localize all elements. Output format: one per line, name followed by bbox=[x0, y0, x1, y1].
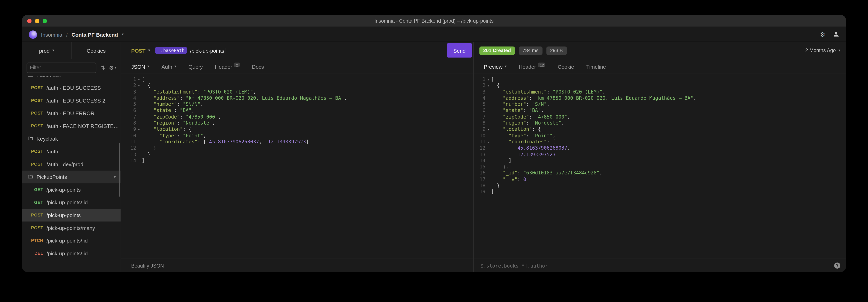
zoom-button[interactable] bbox=[43, 19, 47, 23]
token bbox=[142, 139, 159, 145]
sidebar-filter-input[interactable] bbox=[27, 62, 96, 73]
sidebar-request-post-auth-face-not-registe[interactable]: POST/auth - FACE NOT REGISTE… bbox=[22, 120, 121, 132]
token: : [ bbox=[197, 139, 206, 145]
code-line: 5 "number": "S/N", bbox=[474, 101, 846, 108]
line-number: 1 bbox=[474, 77, 486, 83]
token: }, bbox=[491, 164, 509, 170]
help-icon[interactable]: ? bbox=[834, 263, 840, 269]
response-filter-input[interactable] bbox=[479, 262, 832, 269]
token: "zipCode" bbox=[154, 114, 180, 120]
request-method-label: POST bbox=[27, 98, 43, 103]
request-method-label: POST bbox=[27, 161, 43, 167]
tab-auth[interactable]: Auth▾ bbox=[155, 59, 182, 74]
token: : bbox=[529, 114, 535, 120]
sidebar-request-post-pick-up-points[interactable]: POST/pick-up-points bbox=[22, 209, 121, 222]
code-text: ] bbox=[142, 158, 145, 164]
token: "47850-000" bbox=[535, 114, 567, 120]
line-number: 9 bbox=[474, 127, 486, 133]
token: : bbox=[180, 114, 186, 120]
tab-header[interactable]: Header12 bbox=[513, 59, 552, 74]
create-menu-button[interactable]: ⚙▾ bbox=[109, 64, 116, 70]
sidebar-folder-facematch[interactable]: Facematch bbox=[22, 76, 121, 82]
minimize-button[interactable] bbox=[35, 19, 39, 23]
sidebar-request-del-pick-up-points-id[interactable]: DEL/pick-up-points/:id bbox=[22, 247, 121, 260]
tab-timeline[interactable]: Timeline bbox=[580, 59, 612, 74]
sidebar-request-get-pick-up-points[interactable]: GET/pick-up-points bbox=[22, 183, 121, 196]
settings-gear-icon[interactable]: ⚙ bbox=[820, 31, 825, 37]
beautify-json-button[interactable]: Beautify JSON bbox=[131, 263, 164, 268]
tab-json[interactable]: JSON▾ bbox=[125, 59, 155, 74]
request-method-label: POST bbox=[27, 124, 43, 128]
sidebar-scrollbar-thumb[interactable] bbox=[119, 143, 120, 197]
template-tag-basepath[interactable]: _.basePath bbox=[155, 47, 187, 54]
token: , bbox=[253, 89, 256, 94]
sort-toggle-icon[interactable]: ⇅ bbox=[100, 64, 105, 70]
breadcrumb-workspace[interactable]: Conta PF Backend bbox=[71, 31, 118, 37]
token: 0 bbox=[523, 176, 526, 182]
line-number: 5 bbox=[474, 101, 486, 108]
tab-cookie[interactable]: Cookie bbox=[552, 59, 580, 74]
token bbox=[491, 108, 503, 113]
sidebar-request-post-auth-dev-prod[interactable]: POST/auth - dev/prod bbox=[22, 158, 121, 171]
token: : bbox=[177, 101, 183, 107]
request-method-label: GET bbox=[27, 200, 43, 205]
sidebar-request-get-pick-up-points-id[interactable]: GET/pick-up-points/:id bbox=[22, 196, 121, 209]
response-preview[interactable]: 1▾[2▾ {3 "establishment": "POSTO 020 (LE… bbox=[474, 74, 846, 259]
tab-count-badge: 12 bbox=[538, 62, 546, 67]
gutter-spacer bbox=[486, 183, 491, 189]
sidebar-request-post-auth[interactable]: POST/auth bbox=[22, 145, 121, 158]
line-number: 12 bbox=[474, 145, 486, 151]
code-line: 3 "establishment": "POSTO 020 (LEM)", bbox=[121, 89, 473, 95]
fold-toggle-icon[interactable]: ▾ bbox=[136, 83, 142, 89]
response-history-dropdown[interactable]: 2 Months Ago ▾ bbox=[805, 48, 840, 53]
line-number: 10 bbox=[121, 133, 136, 139]
code-text: "type": "Point", bbox=[142, 133, 206, 139]
request-body-editor[interactable]: 1▾[2▾ {3 "establishment": "POSTO 020 (LE… bbox=[121, 74, 473, 259]
fold-toggle-icon[interactable]: ▾ bbox=[136, 77, 142, 83]
fold-toggle-icon[interactable]: ▾ bbox=[136, 127, 142, 133]
method-dropdown[interactable]: POST ▾ bbox=[121, 47, 155, 53]
fold-toggle-icon[interactable]: ▾ bbox=[486, 127, 491, 133]
sidebar-request-post-auth-edu-success-2[interactable]: POST/auth - EDU SUCCESS 2 bbox=[22, 94, 121, 107]
gutter-spacer bbox=[136, 114, 142, 120]
sidebar-folder-keycloak[interactable]: Keycloak bbox=[22, 132, 121, 145]
token: ] bbox=[491, 158, 512, 163]
token bbox=[142, 133, 159, 139]
tab-label: Timeline bbox=[586, 63, 606, 69]
token: -45.81637906268037 bbox=[206, 139, 259, 145]
token: } bbox=[491, 183, 500, 188]
tab-preview[interactable]: Preview▾ bbox=[478, 59, 513, 74]
tab-header[interactable]: Header2 bbox=[209, 59, 246, 74]
request-method-label: POST bbox=[27, 149, 43, 154]
token: "state" bbox=[154, 108, 174, 113]
line-number: 8 bbox=[474, 120, 486, 126]
code-line: 11▾ "coordinates": [ bbox=[474, 139, 846, 145]
tab-docs[interactable]: Docs bbox=[246, 59, 270, 74]
code-text: } bbox=[491, 183, 500, 189]
code-text: "number": "S/N", bbox=[491, 101, 550, 108]
sidebar-folder-pickuppoints[interactable]: PickupPoints▾ bbox=[22, 171, 121, 183]
fold-toggle-icon[interactable]: ▾ bbox=[486, 139, 491, 145]
line-number: 17 bbox=[474, 176, 486, 183]
sidebar-request-post-auth-edu-success[interactable]: POST/auth - EDU SUCCESS bbox=[22, 81, 121, 94]
close-button[interactable] bbox=[27, 19, 31, 23]
tab-query[interactable]: Query bbox=[182, 59, 209, 74]
window-title: Insomnia - Conta PF Backend (prod) – /pi… bbox=[22, 18, 846, 24]
sidebar-request-ptch-pick-up-points-id[interactable]: PTCH/pick-up-points/:id bbox=[22, 234, 121, 247]
sidebar-request-post-pick-up-points-many[interactable]: POST/pick-up-points/many bbox=[22, 221, 121, 234]
url-input[interactable]: _.basePath /pick-up-points bbox=[155, 47, 447, 54]
token: : bbox=[518, 176, 523, 182]
sidebar-request-post-auth-edu-error[interactable]: POST/auth - EDU ERROR bbox=[22, 107, 121, 120]
fold-toggle-icon[interactable]: ▾ bbox=[486, 83, 491, 89]
token bbox=[142, 101, 154, 107]
line-number: 6 bbox=[121, 108, 136, 114]
token: , bbox=[259, 139, 265, 145]
tab-label: JSON bbox=[131, 63, 145, 69]
account-icon[interactable] bbox=[833, 29, 839, 39]
send-button[interactable]: Send bbox=[447, 43, 472, 58]
token: : bbox=[177, 133, 183, 139]
gutter-spacer bbox=[136, 108, 142, 114]
environment-selector[interactable]: prod ▾ bbox=[22, 42, 72, 59]
fold-toggle-icon[interactable]: ▾ bbox=[486, 77, 491, 83]
cookies-button[interactable]: Cookies bbox=[72, 42, 121, 59]
